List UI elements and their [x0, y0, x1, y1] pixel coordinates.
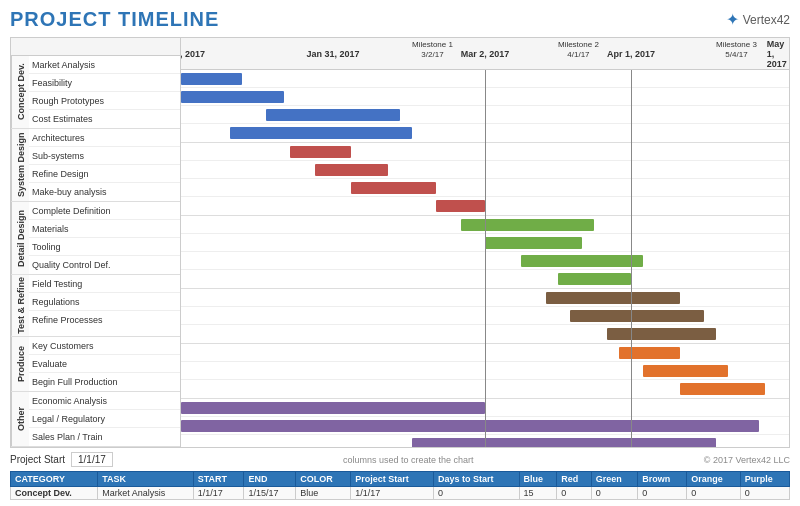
task-name: Field Testing — [29, 275, 180, 293]
table-header-cell: END — [244, 472, 296, 487]
group-name: Test & Refine — [11, 275, 29, 336]
group-name: Concept Dev. — [11, 56, 29, 128]
task-names: Key CustomersEvaluateBegin Full Producti… — [29, 337, 180, 391]
table-cell: 0 — [591, 487, 637, 500]
task-name: Sales Plan / Train — [29, 428, 180, 446]
gantt-bar — [266, 109, 400, 121]
table-cell: 0 — [434, 487, 520, 500]
main-container: PROJECT TIMELINE ✦ Vertex42 Concept Dev.… — [0, 0, 800, 506]
timeline-date-label: Jan 31, 2017 — [306, 49, 359, 59]
project-start-value: 1/1/17 — [71, 452, 113, 467]
task-name: Make-buy analysis — [29, 183, 180, 201]
label-group-0: Concept Dev.Market AnalysisFeasibilityRo… — [11, 56, 180, 129]
table-header-cell: Brown — [638, 472, 687, 487]
gantt-bar — [607, 328, 716, 340]
group-name: System Design — [11, 129, 29, 201]
table-cell: 0 — [557, 487, 591, 500]
milestone-label-top-2: Milestone 3 5/4/17 — [716, 40, 757, 59]
milestone-label-top-1: Milestone 2 4/1/17 — [558, 40, 599, 59]
data-table: CATEGORYTASKSTARTENDCOLORProject StartDa… — [10, 471, 790, 500]
table-header-cell: TASK — [98, 472, 193, 487]
page-title: PROJECT TIMELINE — [10, 8, 219, 31]
header: PROJECT TIMELINE ✦ Vertex42 — [10, 8, 790, 31]
gantt-bar — [181, 420, 759, 432]
task-name: Refine Processes — [29, 311, 180, 329]
task-names: Field TestingRegulationsRefine Processes — [29, 275, 180, 336]
timeline-date-label: May 1, 2017 — [767, 39, 787, 69]
task-name: Economic Analysis — [29, 392, 180, 410]
bottom-section: Project Start 1/1/17 columns used to cre… — [10, 452, 790, 500]
table-cell: 0 — [740, 487, 789, 500]
task-name: Sub-systems — [29, 147, 180, 165]
milestone-label-top-0: Milestone 1 3/2/17 — [412, 40, 453, 59]
task-name: Cost Estimates — [29, 110, 180, 128]
table-cell: Blue — [296, 487, 351, 500]
logo-icon: ✦ — [726, 10, 739, 29]
gantt-bar — [436, 200, 485, 212]
label-header — [11, 38, 180, 56]
group-name: Detail Design — [11, 202, 29, 274]
table-header-cell: COLOR — [296, 472, 351, 487]
copyright: © 2017 Vertex42 LLC — [704, 455, 790, 465]
task-names: Economic AnalysisLegal / RegulatorySales… — [29, 392, 180, 446]
table-header-cell: Project Start — [351, 472, 434, 487]
gantt-bar — [521, 255, 643, 267]
gantt-bar — [181, 73, 242, 85]
task-name: Architectures — [29, 129, 180, 147]
project-start-row: Project Start 1/1/17 columns used to cre… — [10, 452, 790, 467]
timeline-date-label: Mar 2, 2017 — [461, 49, 510, 59]
label-group-3: Test & RefineField TestingRegulationsRef… — [11, 275, 180, 337]
task-name: Tooling — [29, 238, 180, 256]
task-names: Complete DefinitionMaterialsToolingQuali… — [29, 202, 180, 274]
gantt-bar — [619, 347, 680, 359]
milestone-line-1 — [631, 70, 632, 447]
timeline-header: Jan 1, 2017Jan 31, 2017Mar 2, 2017Apr 1,… — [181, 38, 789, 70]
milestone-line-0 — [485, 70, 486, 447]
columns-note: columns used to create the chart — [113, 455, 704, 465]
table-header-row: CATEGORYTASKSTARTENDCOLORProject StartDa… — [11, 472, 790, 487]
gantt-bar — [351, 182, 436, 194]
task-name: Regulations — [29, 293, 180, 311]
table-cell: 0 — [687, 487, 741, 500]
gantt-bar — [546, 292, 680, 304]
labels-column: Concept Dev.Market AnalysisFeasibilityRo… — [11, 38, 181, 447]
gantt-bar — [181, 402, 485, 414]
label-group-1: System DesignArchitecturesSub-systemsRef… — [11, 129, 180, 202]
task-name: Market Analysis — [29, 56, 180, 74]
project-start-label: Project Start — [10, 454, 65, 465]
task-names: ArchitecturesSub-systemsRefine DesignMak… — [29, 129, 180, 201]
label-group-4: ProduceKey CustomersEvaluateBegin Full P… — [11, 337, 180, 392]
gantt-bar — [485, 237, 582, 249]
gantt-column: Jan 1, 2017Jan 31, 2017Mar 2, 2017Apr 1,… — [181, 38, 789, 447]
table-header-cell: Green — [591, 472, 637, 487]
task-name: Refine Design — [29, 165, 180, 183]
table-cell: Concept Dev. — [11, 487, 98, 500]
gantt-bar — [412, 438, 716, 447]
table-cell: 1/15/17 — [244, 487, 296, 500]
timeline-date-label: Jan 1, 2017 — [181, 49, 205, 59]
table-body: Concept Dev.Market Analysis1/1/171/15/17… — [11, 487, 790, 500]
group-name: Other — [11, 392, 29, 446]
table-row: Concept Dev.Market Analysis1/1/171/15/17… — [11, 487, 790, 500]
table-header-cell: CATEGORY — [11, 472, 98, 487]
task-name: Materials — [29, 220, 180, 238]
table-cell: Market Analysis — [98, 487, 193, 500]
gantt-bar — [570, 310, 704, 322]
gantt-bar — [230, 127, 412, 139]
gantt-bar — [643, 365, 728, 377]
table-cell: 1/1/17 — [193, 487, 244, 500]
logo-text: Vertex42 — [743, 13, 790, 27]
group-name: Produce — [11, 337, 29, 391]
table-header-cell: Purple — [740, 472, 789, 487]
table-header-cell: Blue — [519, 472, 557, 487]
task-name: Legal / Regulatory — [29, 410, 180, 428]
gantt-bar — [558, 273, 631, 285]
timeline-date-label: Apr 1, 2017 — [607, 49, 655, 59]
label-group-5: OtherEconomic AnalysisLegal / Regulatory… — [11, 392, 180, 447]
task-name: Quality Control Def. — [29, 256, 180, 274]
task-name: Feasibility — [29, 74, 180, 92]
gantt-bar — [680, 383, 765, 395]
logo: ✦ Vertex42 — [726, 10, 790, 29]
gantt-rows — [181, 70, 789, 447]
table-header-cell: Orange — [687, 472, 741, 487]
